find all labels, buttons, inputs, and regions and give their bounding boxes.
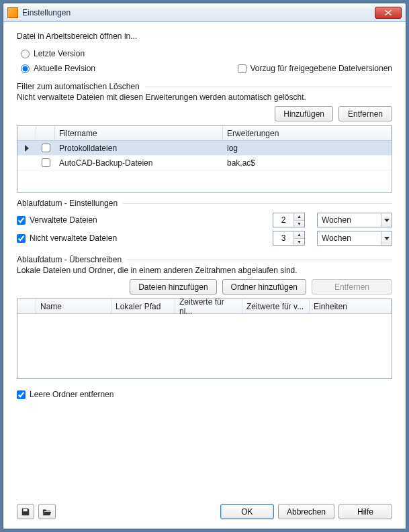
unmanaged-unit-combo[interactable]: Wochen [317,231,392,246]
managed-spinner[interactable]: ▲▼ [273,213,305,227]
filter-add-button[interactable]: Hinzufügen [275,106,333,121]
chevron-down-icon [381,231,392,245]
override-remove-button: Entfernen [312,279,392,295]
table-row[interactable]: AutoCAD-Backup-Dateien bak,ac$ [17,156,392,170]
radio-latest-input[interactable] [21,50,30,58]
filter-grid[interactable]: Filtername Erweiterungen Protokolldateie… [17,125,392,193]
filter-row-checkbox[interactable] [42,144,50,152]
checkbox-delete-empty-label: Leere Ordner entfernen [30,390,113,399]
add-folders-button[interactable]: Ordner hinzufügen [222,279,306,295]
save-icon [21,507,30,517]
filter-row-ext: log [223,141,392,155]
override-col-t2: Zeitwerte für v... [242,299,310,313]
checkbox-released-bias[interactable]: Vorzug für freigegebene Dateiversionen [238,64,392,73]
filter-col-ext: Erweiterungen [223,126,392,140]
override-section: Ablaufdatum - Überschreiben Lokale Datei… [17,260,392,379]
radio-latest-version[interactable]: Letzte Version [21,49,392,58]
folder-open-icon [42,507,52,517]
filter-desc: Nicht verwaltete Dateien mit diesen Erwe… [17,93,392,102]
spin-down-icon[interactable]: ▼ [294,239,304,246]
filter-row-ext: bak,ac$ [223,156,392,170]
checkbox-released-label: Vorzug für freigegebene Dateiversionen [251,64,392,73]
filter-grid-header: Filtername Erweiterungen [17,126,392,141]
override-col-unit: Einheiten [310,299,392,313]
radio-current-label: Aktuelle Revision [34,64,95,73]
checkbox-managed-input[interactable] [17,216,26,225]
override-desc: Lokale Dateien und Ordner, die in einem … [17,266,392,275]
managed-unit-label: Wochen [322,215,351,225]
close-button[interactable] [375,7,402,19]
filter-row-checkbox[interactable] [42,158,50,167]
expiry-section: Ablaufdatum - Einstellungen Verwaltete D… [17,203,392,249]
chevron-down-icon [381,213,392,227]
window-title: Einstellungen [22,8,375,17]
checkbox-unmanaged-label: Nicht verwaltete Dateien [30,233,117,243]
open-in-label: Datei in Arbeitsbereich öffnen in... [17,32,392,41]
radio-latest-label: Letzte Version [34,49,85,58]
checkbox-managed[interactable]: Verwaltete Dateien [17,215,97,225]
close-icon [385,10,392,15]
managed-unit-combo[interactable]: Wochen [317,213,392,227]
ok-button[interactable]: OK [220,504,274,519]
override-col-path: Lokaler Pfad [111,299,175,313]
add-files-button[interactable]: Dateien hinzufügen [130,279,216,295]
save-icon-button[interactable] [17,504,34,519]
override-col-name: Name [36,299,111,313]
unmanaged-unit-label: Wochen [322,233,351,243]
filter-remove-button[interactable]: Entfernen [338,106,392,121]
radio-current-input[interactable] [21,64,30,73]
radio-current-revision[interactable]: Aktuelle Revision [21,64,95,73]
checkbox-delete-empty[interactable]: Leere Ordner entfernen [17,390,392,399]
app-icon [7,7,18,18]
checkbox-delete-empty-input[interactable] [17,390,26,399]
spin-down-icon[interactable]: ▼ [294,221,304,227]
override-col-t1: Zeitwerte für ni... [175,299,242,313]
filter-row-name: Protokolldateien [55,141,223,155]
spin-up-icon[interactable]: ▲ [294,231,304,239]
filter-col-name: Filtername [55,126,223,140]
managed-value[interactable] [273,213,293,227]
cancel-button[interactable]: Abbrechen [278,504,334,519]
expiry-legend: Ablaufdatum - Einstellungen [17,199,123,208]
titlebar: Einstellungen [3,3,406,22]
unmanaged-spinner[interactable]: ▲▼ [273,231,305,246]
override-legend: Ablaufdatum - Überschreiben [17,255,127,264]
filter-section: Filter zum automatischen Löschen Nicht v… [17,87,392,193]
override-grid[interactable]: Name Lokaler Pfad Zeitwerte für ni... Ze… [17,299,392,379]
checkbox-unmanaged-input[interactable] [17,234,26,243]
checkbox-unmanaged[interactable]: Nicht verwaltete Dateien [17,233,117,243]
settings-dialog: Einstellungen Datei in Arbeitsbereich öf… [3,3,406,529]
checkbox-released-input[interactable] [238,64,246,73]
spin-up-icon[interactable]: ▲ [294,213,304,221]
unmanaged-value[interactable] [273,231,293,245]
filter-legend: Filter zum automatischen Löschen [17,82,145,91]
help-button[interactable]: Hilfe [338,504,392,519]
open-icon-button[interactable] [38,504,56,519]
footer: OK Abbrechen Hilfe [3,500,406,529]
checkbox-managed-label: Verwaltete Dateien [30,215,97,225]
row-marker-icon [25,145,29,152]
table-row[interactable]: Protokolldateien log [17,141,392,156]
filter-row-name: AutoCAD-Backup-Dateien [55,156,223,170]
